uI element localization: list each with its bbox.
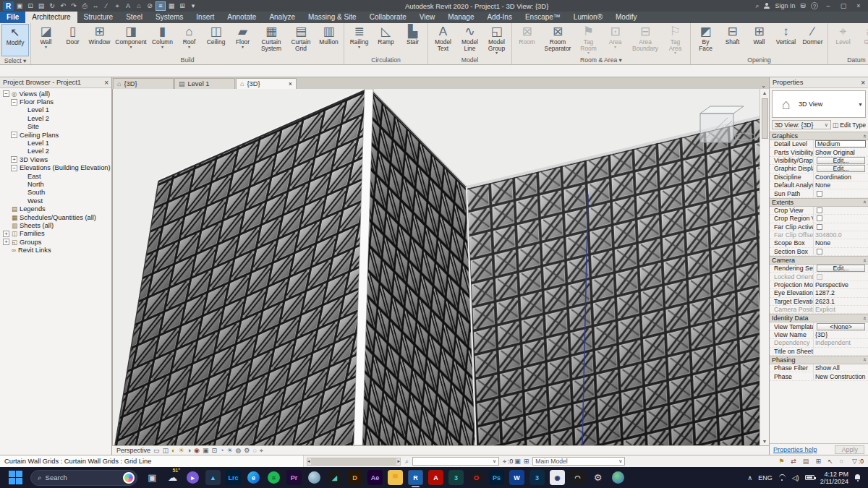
affinity-icon[interactable]: ◠: [570, 470, 585, 485]
vertical-button[interactable]: ↕Vertical: [773, 24, 799, 46]
editing-requests-icon[interactable]: ⇄: [789, 458, 798, 465]
collapse-section-icon[interactable]: «: [861, 259, 867, 262]
hidden-icons-chevron[interactable]: ∧: [748, 474, 753, 481]
aligned-dimension-icon[interactable]: ∕: [101, 1, 111, 11]
help-icon[interactable]: ?: [811, 2, 818, 9]
ceiling-button[interactable]: ◫Ceiling: [203, 24, 229, 46]
tree-item-level-2[interactable]: Level 2: [0, 147, 111, 155]
shadows-icon[interactable]: ◑: [187, 447, 191, 455]
scroll-left-icon[interactable]: ◂: [307, 458, 310, 464]
restore-button[interactable]: ▢: [838, 2, 848, 9]
volume-icon[interactable]: ◁): [792, 474, 799, 481]
column-button[interactable]: ▮Column▾: [149, 24, 176, 49]
tab-architecture[interactable]: Architecture: [25, 12, 77, 23]
curtain-system-button[interactable]: ▦Curtain System: [256, 24, 286, 51]
crop-view-icon[interactable]: ▣: [203, 447, 209, 455]
collapse-icon[interactable]: −: [11, 165, 17, 171]
close-hidden-icon[interactable]: ▦: [166, 1, 176, 11]
model-line-button[interactable]: ∿Model Line: [456, 24, 483, 51]
window-button[interactable]: ⊞Window: [86, 24, 113, 46]
spotify-icon[interactable]: ≡: [266, 470, 281, 485]
save-icon[interactable]: ▤: [36, 1, 46, 11]
displacement-icon[interactable]: ◌: [252, 447, 256, 455]
section-extents[interactable]: Extents«: [770, 198, 868, 207]
scroll-up-icon[interactable]: ▲: [762, 89, 767, 97]
design-options-dropdown[interactable]: Main Model ∨: [532, 457, 625, 466]
collapse-section-icon[interactable]: «: [861, 201, 867, 204]
tab-annotate[interactable]: Annotate: [221, 12, 263, 23]
expand-icon[interactable]: +: [3, 239, 9, 245]
media-app-icon[interactable]: D: [347, 470, 362, 485]
room-separator-button[interactable]: ⊠Room Separator: [540, 24, 575, 51]
print-icon[interactable]: ⎙: [80, 1, 90, 11]
show-crop-icon[interactable]: ⊡: [211, 447, 217, 455]
tree-item-west[interactable]: West: [0, 197, 111, 205]
dropdown-arrow-icon[interactable]: ▾: [45, 46, 47, 49]
door-button[interactable]: ▯Door: [59, 24, 86, 46]
tab-insert[interactable]: Insert: [190, 12, 221, 23]
measure-icon[interactable]: ↔: [90, 1, 101, 11]
file-explorer-icon[interactable]: ▀: [388, 470, 403, 485]
chevron-down-icon[interactable]: ▼: [858, 102, 865, 107]
tree-item-level-1[interactable]: Level 1: [0, 106, 111, 114]
tab-analyze[interactable]: Analyze: [263, 12, 302, 23]
tab-view[interactable]: View: [413, 12, 442, 23]
open-icon[interactable]: ⊡: [25, 1, 35, 11]
expand-icon[interactable]: +: [3, 231, 9, 237]
sign-in-button[interactable]: Sign In: [775, 2, 795, 9]
tab-steel[interactable]: Steel: [119, 12, 149, 23]
tree-item-level-1[interactable]: Level 1: [0, 139, 111, 147]
select-toggle-icon[interactable]: ↖: [826, 458, 835, 465]
tree-item-south[interactable]: South: [0, 189, 111, 197]
tag-icon[interactable]: ⌖: [112, 1, 122, 11]
edit-type-button[interactable]: ◫ Edit Type: [833, 121, 866, 129]
binoculars-icon[interactable]: ⌕: [404, 458, 410, 466]
tree-item-floor-plans[interactable]: −Floor Plans: [0, 98, 111, 106]
temporary-view-icon[interactable]: ◍: [235, 447, 241, 455]
model-group-button[interactable]: ◱Model Group▾: [483, 24, 510, 55]
undo-icon[interactable]: ↶: [58, 1, 68, 11]
tab-structure[interactable]: Structure: [77, 12, 120, 23]
sync-icon[interactable]: ↻: [47, 1, 57, 11]
collapse-section-icon[interactable]: «: [861, 359, 867, 361]
video-app-icon[interactable]: ▸: [185, 470, 200, 485]
dropdown-arrow-icon[interactable]: ▾: [614, 46, 616, 49]
drawing-area[interactable]: [112, 89, 760, 445]
view-tab-3d[interactable]: ⌂{3D}: [113, 78, 174, 89]
tree-item-level-2[interactable]: Level 2: [0, 114, 111, 122]
3dsmax3-icon[interactable]: 3: [529, 470, 545, 485]
collapse-section-icon[interactable]: «: [861, 134, 867, 137]
wall-button[interactable]: ⊞Wall: [746, 24, 773, 46]
section-icon[interactable]: ⊘: [145, 1, 155, 11]
worksharing-display-icon[interactable]: ⚑: [777, 458, 786, 465]
railing-button[interactable]: ≣Railing▾: [346, 24, 373, 49]
tab-file[interactable]: File: [0, 12, 25, 23]
clock[interactable]: 4:12 PM 2/11/2024: [820, 471, 848, 485]
section-phasing[interactable]: Phasing«: [770, 356, 868, 364]
shaft-button[interactable]: ⊟Shaft: [719, 24, 746, 46]
value-input[interactable]: Medium: [815, 140, 866, 147]
section-graphics[interactable]: Graphics«: [770, 132, 868, 140]
tree-item-elevations-building-elevation-[interactable]: −Elevations (Building Elevation): [0, 164, 111, 172]
edit-button[interactable]: Edit...: [817, 157, 865, 164]
window-icon[interactable]: ▣: [14, 1, 25, 11]
tree-item-3d-views[interactable]: +3D Views: [0, 155, 111, 163]
component-button[interactable]: ◨Component▾: [113, 24, 149, 49]
tab-manage[interactable]: Manage: [441, 12, 480, 23]
tab-massing-site[interactable]: Massing & Site: [302, 12, 363, 23]
view-tab-3d[interactable]: ⌂{3D}×: [236, 78, 297, 89]
switch-windows-icon[interactable]: ⊞: [177, 1, 187, 11]
tree-item-views-all-[interactable]: −◎Views (all): [0, 90, 111, 98]
language-indicator[interactable]: ENG: [758, 474, 773, 481]
word-icon[interactable]: W: [509, 470, 524, 485]
view-tab-list-icon[interactable]: ⌄: [758, 82, 769, 89]
sun-path-icon[interactable]: ☀: [179, 447, 184, 455]
edit-button[interactable]: <None>: [817, 323, 865, 330]
tab-lumion-[interactable]: Lumion®: [567, 12, 609, 23]
earth-icon[interactable]: [307, 470, 322, 485]
notifications-icon[interactable]: [854, 474, 861, 481]
customize-qat-icon[interactable]: ▾: [188, 1, 198, 11]
properties-close-icon[interactable]: ×: [861, 79, 865, 87]
minimize-button[interactable]: –: [823, 2, 833, 9]
vertical-scrollbar[interactable]: ▲ ▼: [760, 89, 769, 445]
